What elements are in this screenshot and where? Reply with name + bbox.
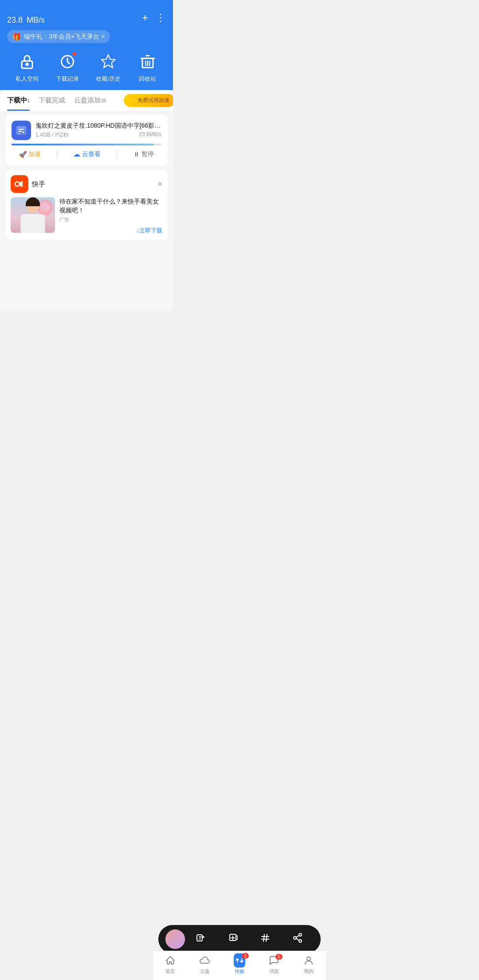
pause-button[interactable]: ⏸ 暂停 xyxy=(133,150,154,158)
ad-content: 待在家不知道干什么？来快手看美女视频吧！ 广告 ↓立即下载 xyxy=(11,197,162,235)
promo-text: 端午礼：3年会员+飞天茅台 > xyxy=(24,33,105,41)
ad-app-name: 快手 xyxy=(32,180,45,188)
svg-point-1 xyxy=(26,63,28,66)
download-list: 鬼吹灯之黄皮子坟.1080P.HD国语中字[66影视...kv 1.4GB / … xyxy=(0,111,173,248)
tab-downloading[interactable]: 下载中1 xyxy=(7,90,30,111)
rocket-icon: 🚀 xyxy=(19,151,27,158)
speed-unit: MB/s xyxy=(27,16,45,24)
file-size: 1.4GB / 约2秒 xyxy=(35,131,69,139)
file-info: 鬼吹灯之黄皮子坟.1080P.HD国语中字[66影视...kv 1.4GB / … xyxy=(35,122,161,139)
header: 23.8 MB/s + ⋮ 🎁 端午礼：3年会员+飞天茅台 > xyxy=(0,0,173,90)
tabs: 下载中1 下载完成 云盘添加35 ⚡ 免费试用加速 xyxy=(0,90,173,111)
accelerate-button[interactable]: 🚀 加速 xyxy=(19,150,41,158)
download-item: 鬼吹灯之黄皮子坟.1080P.HD国语中字[66影视...kv 1.4GB / … xyxy=(5,114,168,165)
main-content: 下载中1 下载完成 云盘添加35 ⚡ 免费试用加速 xyxy=(0,90,173,312)
quick-action-recycle[interactable]: 回收站 xyxy=(138,52,157,83)
ad-thumbnail xyxy=(11,197,55,233)
promo-banner[interactable]: 🎁 端午礼：3年会员+飞天茅台 > xyxy=(7,30,110,43)
divider-2: | xyxy=(116,149,118,159)
quick-action-favorites[interactable]: 收藏/历史 xyxy=(96,52,121,83)
ad-title: 待在家不知道干什么？来快手看美女视频吧！ xyxy=(59,197,162,215)
promo-emoji: 🎁 xyxy=(12,32,21,41)
ad-label: 广告 xyxy=(59,216,162,223)
private-space-label: 私人空间 xyxy=(16,75,39,83)
add-button[interactable]: + xyxy=(142,12,148,24)
cloud-icon: ☁ xyxy=(73,150,80,158)
ad-text-area: 待在家不知道干什么？来快手看美女视频吧！ 广告 ↓立即下载 xyxy=(59,197,162,235)
ad-card: 快手 × 待在家不知道干什么？来快手看美女视频吧！ 广告 ↓立即下载 xyxy=(5,170,168,240)
download-actions: 🚀 加速 | ☁ 云查看 | ⏸ 暂停 xyxy=(12,149,161,159)
star-icon xyxy=(98,52,118,71)
progress-bar xyxy=(12,144,161,145)
clock-icon xyxy=(58,52,77,71)
trash-icon xyxy=(138,52,157,71)
ad-app-icon xyxy=(11,175,28,193)
tab-cloud-add[interactable]: 云盘添加35 xyxy=(74,90,106,111)
pause-icon: ⏸ xyxy=(133,151,140,158)
favorites-label: 收藏/历史 xyxy=(96,75,121,83)
file-name: 鬼吹灯之黄皮子坟.1080P.HD国语中字[66影视...kv xyxy=(35,122,161,130)
ad-close-button[interactable]: × xyxy=(157,180,162,189)
ad-download-link[interactable]: ↓立即下载 xyxy=(59,227,162,235)
quick-actions: 私人空间 下载记录 收藏/历史 xyxy=(7,43,166,90)
lock-icon xyxy=(17,52,37,71)
speed-icon: ⚡ xyxy=(129,98,136,104)
divider-1: | xyxy=(56,149,58,159)
speed-value: 23.8 xyxy=(7,16,23,24)
quick-action-private-space[interactable]: 私人空间 xyxy=(16,52,39,83)
ad-app-info: 快手 xyxy=(11,175,45,193)
file-icon xyxy=(12,121,31,140)
recycle-label: 回收站 xyxy=(139,75,156,83)
speed-trial-button[interactable]: ⚡ 免费试用加速 xyxy=(124,94,173,107)
cloud-view-button[interactable]: ☁ 云查看 xyxy=(73,150,101,158)
progress-bar-fill xyxy=(12,144,154,145)
more-button[interactable]: ⋮ xyxy=(155,12,166,24)
download-record-label: 下载记录 xyxy=(56,75,79,83)
tab-downloaded[interactable]: 下载完成 xyxy=(39,90,65,111)
quick-action-download-record[interactable]: 下载记录 xyxy=(56,52,79,83)
file-speed: 23.8MB/s xyxy=(139,131,161,139)
speed-display: 23.8 MB/s xyxy=(7,11,45,25)
